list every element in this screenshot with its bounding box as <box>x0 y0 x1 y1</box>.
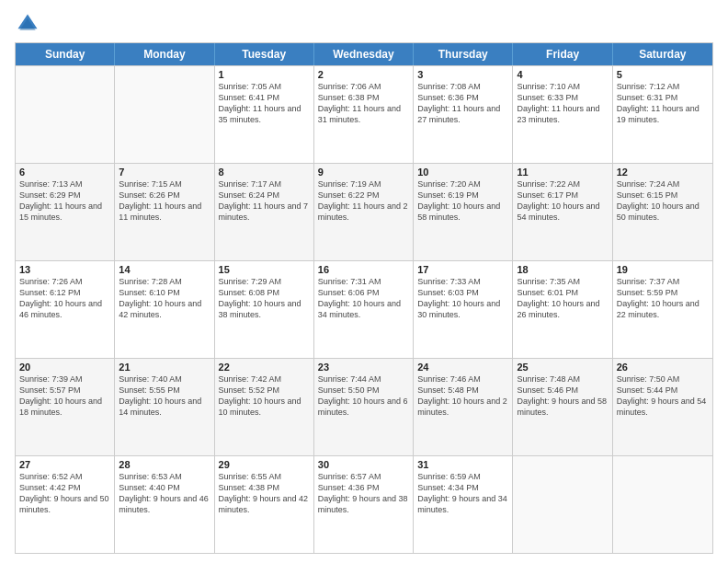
cell-info: Sunrise: 7:15 AMSunset: 6:26 PMDaylight:… <box>119 179 201 222</box>
cell-info: Sunrise: 7:48 AMSunset: 5:46 PMDaylight:… <box>517 374 607 417</box>
day-cell-9: 9Sunrise: 7:19 AMSunset: 6:22 PMDaylight… <box>314 164 414 260</box>
cell-info: Sunrise: 7:44 AMSunset: 5:50 PMDaylight:… <box>318 374 408 417</box>
day-cell-3: 3Sunrise: 7:08 AMSunset: 6:36 PMDaylight… <box>414 66 513 163</box>
cell-info: Sunrise: 7:29 AMSunset: 6:08 PMDaylight:… <box>219 277 301 319</box>
day-number: 11 <box>517 167 608 178</box>
cell-info: Sunrise: 6:57 AMSunset: 4:36 PMDaylight:… <box>318 472 408 514</box>
day-number: 7 <box>119 167 210 178</box>
day-number: 30 <box>318 459 409 470</box>
day-cell-24: 24Sunrise: 7:46 AMSunset: 5:48 PMDayligh… <box>414 359 513 455</box>
day-number: 27 <box>19 459 110 470</box>
day-number: 23 <box>318 362 409 373</box>
day-number: 8 <box>219 167 310 178</box>
day-cell-8: 8Sunrise: 7:17 AMSunset: 6:24 PMDaylight… <box>215 164 314 260</box>
day-cell-10: 10Sunrise: 7:20 AMSunset: 6:19 PMDayligh… <box>414 164 513 260</box>
empty-cell <box>16 66 115 163</box>
day-number: 18 <box>517 264 608 275</box>
day-cell-4: 4Sunrise: 7:10 AMSunset: 6:33 PMDaylight… <box>513 66 612 163</box>
cell-info: Sunrise: 7:22 AMSunset: 6:17 PMDaylight:… <box>517 179 599 222</box>
day-cell-1: 1Sunrise: 7:05 AMSunset: 6:41 PMDaylight… <box>215 66 314 163</box>
day-number: 9 <box>318 167 409 178</box>
calendar-body: 1Sunrise: 7:05 AMSunset: 6:41 PMDaylight… <box>16 65 712 553</box>
day-number: 10 <box>417 167 508 178</box>
day-number: 19 <box>617 264 709 275</box>
cell-info: Sunrise: 7:20 AMSunset: 6:19 PMDaylight:… <box>417 179 500 222</box>
cell-info: Sunrise: 7:17 AMSunset: 6:24 PMDaylight:… <box>219 179 309 222</box>
day-header-friday: Friday <box>513 43 612 65</box>
day-header-monday: Monday <box>115 43 214 65</box>
day-cell-28: 28Sunrise: 6:53 AMSunset: 4:40 PMDayligh… <box>115 456 214 553</box>
empty-cell <box>613 456 712 553</box>
day-cell-14: 14Sunrise: 7:28 AMSunset: 6:10 PMDayligh… <box>115 261 214 358</box>
day-number: 28 <box>119 459 210 470</box>
day-header-saturday: Saturday <box>613 43 712 65</box>
day-cell-22: 22Sunrise: 7:42 AMSunset: 5:52 PMDayligh… <box>215 359 314 455</box>
day-cell-23: 23Sunrise: 7:44 AMSunset: 5:50 PMDayligh… <box>314 359 414 455</box>
day-number: 31 <box>417 459 508 470</box>
cell-info: Sunrise: 7:08 AMSunset: 6:36 PMDaylight:… <box>417 82 500 124</box>
logo-icon <box>15 11 40 37</box>
cell-info: Sunrise: 7:26 AMSunset: 6:12 PMDaylight:… <box>19 277 102 319</box>
day-number: 2 <box>318 69 409 80</box>
day-cell-2: 2Sunrise: 7:06 AMSunset: 6:38 PMDaylight… <box>314 66 414 163</box>
cell-info: Sunrise: 7:31 AMSunset: 6:06 PMDaylight:… <box>318 277 401 319</box>
day-cell-13: 13Sunrise: 7:26 AMSunset: 6:12 PMDayligh… <box>16 261 115 358</box>
day-cell-6: 6Sunrise: 7:13 AMSunset: 6:29 PMDaylight… <box>16 164 115 260</box>
day-number: 6 <box>19 167 110 178</box>
day-cell-19: 19Sunrise: 7:37 AMSunset: 5:59 PMDayligh… <box>613 261 712 358</box>
cell-info: Sunrise: 7:42 AMSunset: 5:52 PMDaylight:… <box>219 374 301 417</box>
day-number: 24 <box>417 362 508 373</box>
day-header-thursday: Thursday <box>414 43 513 65</box>
calendar-row-5: 27Sunrise: 6:52 AMSunset: 4:42 PMDayligh… <box>16 455 712 553</box>
cell-info: Sunrise: 7:40 AMSunset: 5:55 PMDaylight:… <box>119 374 201 417</box>
day-number: 12 <box>617 167 709 178</box>
day-cell-27: 27Sunrise: 6:52 AMSunset: 4:42 PMDayligh… <box>16 456 115 553</box>
day-number: 13 <box>19 264 110 275</box>
day-number: 26 <box>617 362 709 373</box>
day-number: 15 <box>219 264 310 275</box>
day-number: 4 <box>517 69 608 80</box>
cell-info: Sunrise: 6:52 AMSunset: 4:42 PMDaylight:… <box>19 472 109 514</box>
cell-info: Sunrise: 7:28 AMSunset: 6:10 PMDaylight:… <box>119 277 201 319</box>
day-cell-30: 30Sunrise: 6:57 AMSunset: 4:36 PMDayligh… <box>314 456 414 553</box>
calendar-header: SundayMondayTuesdayWednesdayThursdayFrid… <box>16 43 712 65</box>
calendar-row-2: 6Sunrise: 7:13 AMSunset: 6:29 PMDaylight… <box>16 163 712 260</box>
day-cell-21: 21Sunrise: 7:40 AMSunset: 5:55 PMDayligh… <box>115 359 214 455</box>
day-cell-12: 12Sunrise: 7:24 AMSunset: 6:15 PMDayligh… <box>613 164 712 260</box>
cell-info: Sunrise: 7:39 AMSunset: 5:57 PMDaylight:… <box>19 374 102 417</box>
cell-info: Sunrise: 7:10 AMSunset: 6:33 PMDaylight:… <box>517 82 599 124</box>
cell-info: Sunrise: 7:33 AMSunset: 6:03 PMDaylight:… <box>417 277 500 319</box>
day-number: 22 <box>219 362 310 373</box>
day-number: 5 <box>617 69 709 80</box>
day-cell-18: 18Sunrise: 7:35 AMSunset: 6:01 PMDayligh… <box>513 261 612 358</box>
day-header-wednesday: Wednesday <box>314 43 414 65</box>
day-number: 3 <box>417 69 508 80</box>
empty-cell <box>513 456 612 553</box>
cell-info: Sunrise: 7:50 AMSunset: 5:44 PMDaylight:… <box>617 374 707 417</box>
day-cell-16: 16Sunrise: 7:31 AMSunset: 6:06 PMDayligh… <box>314 261 414 358</box>
day-number: 1 <box>219 69 310 80</box>
calendar-row-1: 1Sunrise: 7:05 AMSunset: 6:41 PMDaylight… <box>16 65 712 163</box>
calendar-row-4: 20Sunrise: 7:39 AMSunset: 5:57 PMDayligh… <box>16 358 712 455</box>
cell-info: Sunrise: 7:46 AMSunset: 5:48 PMDaylight:… <box>417 374 507 417</box>
day-cell-11: 11Sunrise: 7:22 AMSunset: 6:17 PMDayligh… <box>513 164 612 260</box>
empty-cell <box>115 66 214 163</box>
day-header-sunday: Sunday <box>16 43 115 65</box>
page-header <box>15 11 713 37</box>
cell-info: Sunrise: 7:37 AMSunset: 5:59 PMDaylight:… <box>617 277 700 319</box>
day-cell-15: 15Sunrise: 7:29 AMSunset: 6:08 PMDayligh… <box>215 261 314 358</box>
day-cell-26: 26Sunrise: 7:50 AMSunset: 5:44 PMDayligh… <box>613 359 712 455</box>
day-number: 16 <box>318 264 409 275</box>
day-cell-20: 20Sunrise: 7:39 AMSunset: 5:57 PMDayligh… <box>16 359 115 455</box>
day-cell-29: 29Sunrise: 6:55 AMSunset: 4:38 PMDayligh… <box>215 456 314 553</box>
day-number: 29 <box>219 459 310 470</box>
cell-info: Sunrise: 7:13 AMSunset: 6:29 PMDaylight:… <box>19 179 102 222</box>
day-number: 14 <box>119 264 210 275</box>
cell-info: Sunrise: 7:24 AMSunset: 6:15 PMDaylight:… <box>617 179 700 222</box>
day-number: 25 <box>517 362 608 373</box>
cell-info: Sunrise: 7:05 AMSunset: 6:41 PMDaylight:… <box>219 82 301 124</box>
cell-info: Sunrise: 6:59 AMSunset: 4:34 PMDaylight:… <box>417 472 507 514</box>
calendar: SundayMondayTuesdayWednesdayThursdayFrid… <box>15 42 713 554</box>
day-cell-5: 5Sunrise: 7:12 AMSunset: 6:31 PMDaylight… <box>613 66 712 163</box>
cell-info: Sunrise: 6:53 AMSunset: 4:40 PMDaylight:… <box>119 472 209 514</box>
